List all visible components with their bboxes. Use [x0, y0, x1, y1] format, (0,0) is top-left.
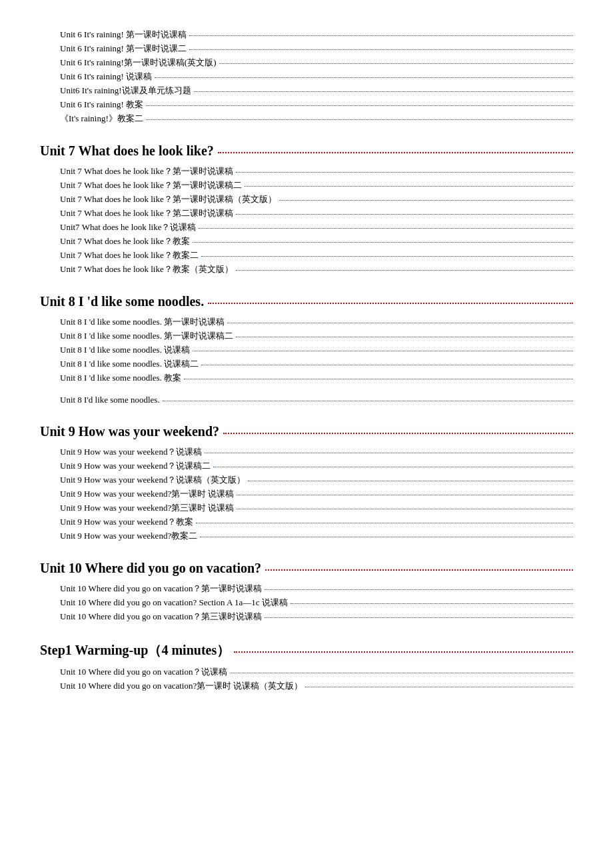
list-item[interactable]: Unit 9 How was your weekend?教案二 [40, 530, 573, 542]
unit7-section: Unit 7 What does he look like? Unit 7 Wh… [40, 143, 573, 275]
list-item[interactable]: 《It's raining!》教案二 [40, 113, 573, 125]
list-item[interactable]: Unit 9 How was your weekend？说课稿（英文版） [40, 474, 573, 486]
unit8-heading: Unit 8 I 'd like some noodles. [40, 294, 573, 309]
unit6-section: Unit 6 It's raining! 第一课时说课稿 Unit 6 It's… [40, 29, 573, 125]
list-item[interactable]: Unit7 What does he look like？说课稿 [40, 221, 573, 233]
list-item[interactable]: Unit 9 How was your weekend？说课稿 [40, 446, 573, 458]
unit9-items: Unit 9 How was your weekend？说课稿 Unit 9 H… [40, 446, 573, 542]
list-item[interactable]: Unit 6 It's raining! 第一课时说课稿 [40, 29, 573, 41]
unit8-items: Unit 8 I 'd like some noodles. 第一课时说课稿 U… [40, 316, 573, 405]
list-item[interactable]: Unit 10 Where did you go on vacation？说课稿 [40, 666, 573, 678]
list-item[interactable]: Unit 10 Where did you go on vacation?第一课… [40, 680, 573, 692]
table-of-contents: Unit 6 It's raining! 第一课时说课稿 Unit 6 It's… [40, 29, 573, 692]
list-item[interactable]: Unit 8 I 'd like some noodles. 第一课时说课稿二 [40, 330, 573, 342]
list-item[interactable]: Unit 10 Where did you go on vacation? Se… [40, 597, 573, 609]
list-item[interactable]: Unit 6 It's raining! 教案 [40, 99, 573, 111]
list-item[interactable]: Unit 9 How was your weekend？教案 [40, 516, 573, 528]
list-item[interactable]: Unit 9 How was your weekend？说课稿二 [40, 460, 573, 472]
unit6-items: Unit 6 It's raining! 第一课时说课稿 Unit 6 It's… [40, 29, 573, 125]
list-item[interactable]: Unit 7 What does he look like？第二课时说课稿 [40, 207, 573, 219]
list-item[interactable]: Unit 10 Where did you go on vacation？第一课… [40, 583, 573, 595]
unit8-section: Unit 8 I 'd like some noodles. Unit 8 I … [40, 294, 573, 405]
list-item[interactable]: Unit 8 I'd like some noodles. [40, 395, 573, 405]
unit9-section: Unit 9 How was your weekend? Unit 9 How … [40, 424, 573, 542]
list-item[interactable]: Unit 8 I 'd like some noodles. 说课稿二 [40, 358, 573, 370]
unit10-items: Unit 10 Where did you go on vacation？第一课… [40, 583, 573, 623]
unit7-items: Unit 7 What does he look like？第一课时说课稿 Un… [40, 165, 573, 275]
list-item[interactable]: Unit 7 What does he look like？第一课时说课稿 [40, 165, 573, 177]
step1-items: Unit 10 Where did you go on vacation？说课稿… [40, 666, 573, 692]
list-item[interactable]: Unit 7 What does he look like？第一课时说课稿（英文… [40, 193, 573, 205]
unit7-heading: Unit 7 What does he look like? [40, 143, 573, 159]
list-item[interactable]: Unit 7 What does he look like？教案 [40, 235, 573, 247]
unit9-heading: Unit 9 How was your weekend? [40, 424, 573, 439]
list-item[interactable]: Unit 8 I 'd like some noodles. 说课稿 [40, 344, 573, 356]
list-item[interactable]: Unit 6 It's raining! 第一课时说课二 [40, 43, 573, 55]
list-item[interactable]: Unit 7 What does he look like？教案（英文版） [40, 263, 573, 275]
list-item[interactable]: Unit 9 How was your weekend?第三课时 说课稿 [40, 502, 573, 514]
list-item[interactable]: Unit 8 I 'd like some noodles. 教案 [40, 372, 573, 384]
list-item[interactable]: Unit6 It's raining!说课及单元练习题 [40, 85, 573, 97]
list-item[interactable]: Unit 7 What does he look like？教案二 [40, 249, 573, 261]
list-item[interactable]: Unit 10 Where did you go on vacation？第三课… [40, 611, 573, 623]
step1-heading: Step1 Warming-up（4 minutes） [40, 641, 573, 659]
unit10-section: Unit 10 Where did you go on vacation? Un… [40, 561, 573, 623]
list-item[interactable]: Unit 9 How was your weekend?第一课时 说课稿 [40, 488, 573, 500]
step1-section: Step1 Warming-up（4 minutes） Unit 10 Wher… [40, 641, 573, 692]
unit10-heading: Unit 10 Where did you go on vacation? [40, 561, 573, 576]
list-item[interactable]: Unit 8 I 'd like some noodles. 第一课时说课稿 [40, 316, 573, 328]
list-item[interactable]: Unit 6 It's raining! 说课稿 [40, 71, 573, 83]
list-item[interactable]: Unit 6 It's raining!第一课时说课稿(英文版) [40, 57, 573, 69]
list-item[interactable]: Unit 7 What does he look like？第一课时说课稿二 [40, 179, 573, 191]
